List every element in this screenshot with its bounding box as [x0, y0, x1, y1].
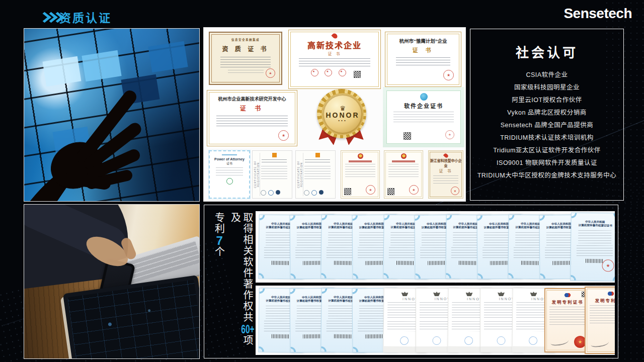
cert-title: 浙江省科技型中小企业 [429, 158, 463, 168]
certificate-zizhi: 信息安全系统集成 资 质 证 书 ★ [209, 32, 282, 85]
certificate-smes: 浙江省科技型中小企业 证 书 ★ [428, 150, 463, 199]
caption-number: 60+ [241, 323, 255, 335]
certificates-panel: 信息安全系统集成 资 质 证 书 ★ 高新技术企业 证 书 杭州市“雏鹰计划”企… [204, 28, 465, 201]
certificate-research-center: 杭州市企业高新技术研究开发中心 证 书 ★ [207, 90, 297, 146]
cert-logo [276, 190, 280, 195]
invention-patent-certificate: 发明专利证书 ★ [585, 287, 615, 354]
cert-title-red [392, 160, 415, 162]
cert-subtitle: 证 书 [207, 104, 297, 112]
caption-text: 专利 [214, 212, 225, 234]
cert-logo [268, 190, 274, 196]
certificate-power-of-attorney: Power of Attorney 证书 [209, 150, 250, 199]
social-item: Sensetech 品牌全国产品提供商 [470, 119, 623, 132]
cert-title: 资 质 证 书 [210, 44, 281, 53]
social-item: TRIDIUM技术认证技术培训机构 [470, 132, 623, 144]
certificate-iso-registration: CERTIFICATE OF REGISTRATION [295, 150, 336, 199]
caption-text: 取得相关软件著作权共 [242, 212, 253, 323]
photo-video-wall [24, 29, 199, 201]
software-copyright-certificate: 中华人民共和国 计算机软件著作权登记证书 ★ [570, 212, 615, 281]
cert-subtitle: 证 书 [385, 46, 461, 54]
signature [550, 337, 569, 346]
red-seal: ★ [409, 185, 419, 195]
red-seal: ★ [445, 130, 454, 139]
certificate-software-enterprise: 软件企业证书 ★ [383, 87, 464, 147]
barcode [365, 334, 383, 338]
coat-of-arms-icon [530, 292, 537, 296]
cert-header: 信息安全系统集成 [220, 38, 270, 42]
social-item: Vykon 品牌北区授权分销商 [470, 107, 623, 119]
page-title: 资质认证 [59, 9, 112, 26]
social-item: Tridium亚太区认证软件开发合作伙伴 [470, 144, 623, 157]
barcode [303, 261, 321, 265]
cert-title: 杭州市企业高新技术研究开发中心 [207, 96, 297, 102]
cert-logo [311, 190, 317, 196]
national-emblem-icon [401, 153, 407, 159]
coat-of-arms-icon [433, 292, 440, 296]
red-seal: ★ [278, 130, 289, 141]
hand-silhouette [24, 49, 181, 201]
caption-number: 7 [213, 234, 226, 246]
red-seal: ★ [443, 70, 454, 80]
barcode [552, 261, 571, 265]
cert-title-red [349, 160, 372, 162]
qr-code [345, 189, 351, 195]
cnipa-logo [565, 293, 571, 298]
cert-side-text: CERTIFICATE OF REGISTRATION [297, 153, 303, 196]
barcode [586, 259, 604, 263]
csia-logo [420, 93, 428, 101]
red-star-seal: ★ [602, 259, 614, 272]
qr-code [388, 189, 394, 195]
brand-logo: Sensetech [564, 6, 632, 22]
barcode [490, 261, 508, 265]
blue-seal [464, 336, 473, 345]
cert-title: 发明专利证书 [549, 299, 586, 305]
cnipa-logo [608, 291, 614, 296]
cert-title: 计算机软件著作权登记证书 [579, 223, 612, 228]
barcode [272, 261, 290, 265]
green-seal [226, 178, 233, 185]
photo-desk [24, 205, 199, 358]
blue-seal [400, 336, 409, 345]
barcode [459, 261, 477, 265]
iso-body-logo [272, 153, 277, 157]
cert-subtitle: 证 书 [429, 168, 463, 173]
social-item: CSIA软件企业 [470, 69, 623, 81]
barcode [334, 334, 352, 338]
vertical-caption: 取得相关软件著作权共60+项及 专利7个 [208, 209, 257, 354]
red-seal [325, 69, 332, 76]
iso-body-logo [315, 153, 320, 157]
cert-subtitle: 证书 [210, 161, 249, 165]
barcode [396, 261, 415, 265]
blue-seal [529, 336, 537, 345]
barcode [303, 334, 321, 338]
red-seal: ★ [366, 185, 375, 195]
chevrons-icon [40, 13, 60, 22]
barcode [428, 261, 446, 265]
cert-title: 杭州市“雏鹰计划”企业 [385, 37, 461, 44]
crown-icon: ♛ [340, 106, 346, 111]
red-seal [339, 69, 346, 76]
cert-subtitle: 证 书 [289, 51, 380, 56]
qr-code [404, 133, 411, 139]
certificate-gaoxin: 高新技术企业 证 书 [288, 30, 381, 89]
blue-seal [497, 336, 506, 345]
coat-of-arms-icon [466, 292, 473, 296]
barcode [272, 334, 290, 338]
social-list: CSIA软件企业 国家级科技园明星企业 阿里云IOT授权合作伙伴 Vykon 品… [470, 69, 623, 182]
caption-text: 个 [214, 246, 225, 257]
honor-medal: ♛ HONOR ••• [303, 88, 380, 147]
invention-patent-certificate: 发明专利证书 ★ [544, 288, 591, 352]
social-item: 阿里云IOT授权合作伙伴 [470, 94, 623, 107]
copyright-certificates-row-1: 中华人民共和国 计算机软件著作权登记证书 ★ 中华人民共和国 计算机软件著作权登… [256, 211, 615, 283]
patent-panel: 取得相关软件著作权共60+项及 专利7个 中华人民共和国 计算机软件著作权登记证… [204, 205, 618, 358]
cert-logo [261, 190, 266, 196]
cert-title: Power of Attorney [210, 157, 249, 161]
social-item: 国家级科技园明星企业 [470, 81, 623, 94]
social-item: TRIDIUM大中华区授权的金牌技术支持服务中心 [470, 169, 623, 182]
blue-seal [433, 336, 441, 345]
red-seal [311, 69, 318, 76]
cert-title: 高新技术企业 [289, 39, 380, 51]
copyright-certificates-row-2: 中华人民共和国 计算机软件著作权登记证书 ★ 中华人民共和国 计算机软件著作权登… [256, 286, 615, 355]
red-seal: ★ [451, 187, 459, 195]
cert-logo [304, 190, 309, 196]
